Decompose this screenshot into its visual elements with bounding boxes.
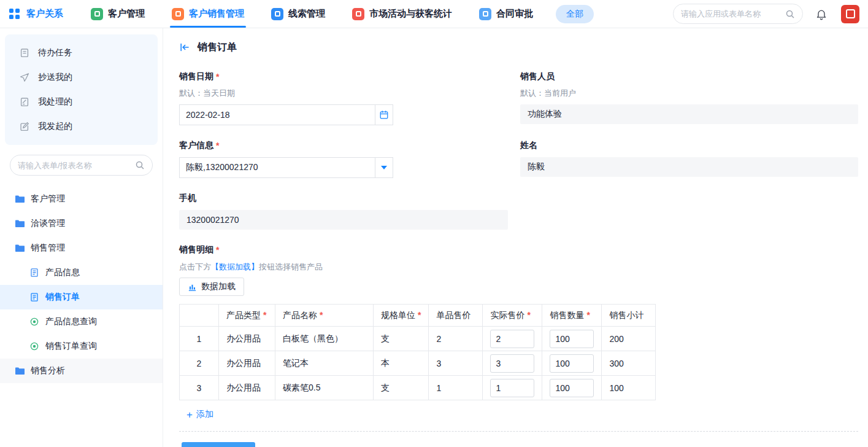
form-doc-icon bbox=[29, 292, 39, 302]
actual-price-input[interactable] bbox=[490, 330, 534, 348]
app-search-input[interactable] bbox=[681, 9, 780, 18]
cell-product-name: 白板笔（黑色） bbox=[275, 327, 374, 351]
actual-price-input[interactable] bbox=[490, 379, 534, 397]
cell-index: 1 bbox=[180, 327, 219, 351]
cc-to-me-item[interactable]: 抄送我的 bbox=[5, 65, 158, 90]
actual-price-input[interactable] bbox=[490, 354, 534, 373]
tab-label: 合同审批 bbox=[496, 8, 533, 20]
customer-sales-mgmt-app-icon bbox=[172, 8, 184, 20]
tab-label: 线索管理 bbox=[288, 8, 325, 20]
tree-label: 洽谈管理 bbox=[31, 218, 65, 229]
app-screen: 客户关系 客户管理 客户销售管理 线索管理 市场活动与获客统计 合同审批 bbox=[0, 0, 868, 447]
cell-product-type: 办公用品 bbox=[219, 327, 275, 351]
customer-info-select[interactable]: 陈毅,13200021270 bbox=[179, 157, 375, 178]
cell-product-name: 碳素笔0.5 bbox=[275, 376, 374, 400]
name-value: 陈毅 bbox=[520, 157, 858, 177]
table-header-row: 产品类型* 产品名称* 规格单位* 单品售价 实际售价* 销售数量* 销售小计 bbox=[180, 305, 656, 327]
add-row-button[interactable]: + 添加 bbox=[186, 409, 213, 420]
cell-subtotal: 300 bbox=[602, 351, 656, 376]
data-load-button[interactable]: 数据加载 bbox=[179, 278, 244, 296]
col-header-product-name: 产品名称* bbox=[275, 305, 374, 327]
customer-dropdown-button[interactable] bbox=[375, 157, 393, 178]
sales-qty-input[interactable] bbox=[550, 379, 594, 397]
cell-unit-price: 2 bbox=[429, 327, 483, 351]
sale-date-input[interactable] bbox=[179, 104, 375, 125]
sale-date-hint: 默认：当天日期 bbox=[179, 88, 508, 99]
cell-unit-price: 3 bbox=[429, 351, 483, 376]
form-row-3: 手机 13200021270 bbox=[179, 193, 858, 230]
sale-date-label: 销售日期* bbox=[179, 71, 508, 82]
task-panel: 待办任务 抄送我的 我处理的 bbox=[5, 34, 158, 145]
tab-contract-approval[interactable]: 合同审批 bbox=[470, 0, 542, 28]
name-label: 姓名 bbox=[520, 140, 858, 151]
workspace-switcher[interactable]: 客户关系 bbox=[9, 8, 63, 20]
sales-qty-input[interactable] bbox=[550, 354, 594, 373]
folder-icon bbox=[15, 366, 25, 376]
sales-detail-hint: 点击下方【数据加载】按钮选择销售产品 bbox=[179, 262, 858, 273]
submit-button[interactable]: 提交 bbox=[182, 442, 255, 447]
tab-lead-mgmt[interactable]: 线索管理 bbox=[262, 0, 334, 28]
col-header-actual-price: 实际售价* bbox=[483, 305, 542, 327]
calendar-button[interactable] bbox=[375, 104, 393, 125]
task-label: 抄送我的 bbox=[38, 72, 72, 83]
notification-bell-icon[interactable] bbox=[815, 8, 828, 20]
cell-actual-price bbox=[483, 327, 542, 351]
lead-mgmt-app-icon bbox=[271, 8, 283, 20]
form-row-2: 客户信息* 陈毅,13200021270 姓名 陈毅 bbox=[179, 140, 858, 178]
form-row-1: 销售日期* 默认：当天日期 销售人员 默认：当前用户 功能体验 bbox=[179, 71, 858, 125]
all-apps-button[interactable]: 全部 bbox=[556, 5, 594, 23]
form-search[interactable] bbox=[10, 155, 153, 176]
tree-item-sales-analysis[interactable]: 销售分析 bbox=[0, 359, 163, 383]
table-row: 2 办公用品 笔记本 本 3 300 bbox=[180, 351, 656, 376]
cell-index: 2 bbox=[180, 351, 219, 376]
todo-tasks-item[interactable]: 待办任务 bbox=[5, 41, 158, 65]
col-header-unit-price: 单品售价 bbox=[429, 305, 483, 327]
tree-item-sales-mgmt[interactable]: 销售管理 bbox=[0, 236, 163, 260]
edit-doc-icon bbox=[20, 97, 29, 107]
tree-item-sales-order[interactable]: 销售订单 bbox=[0, 285, 163, 309]
tree-item-sales-order-query[interactable]: 销售订单查询 bbox=[0, 334, 163, 359]
tree-item-customer-mgmt[interactable]: 客户管理 bbox=[0, 187, 163, 211]
cell-product-type: 办公用品 bbox=[219, 376, 275, 400]
folder-icon bbox=[15, 194, 25, 204]
tree-label: 销售订单查询 bbox=[45, 341, 97, 352]
sales-qty-input[interactable] bbox=[550, 330, 594, 348]
form-search-input[interactable] bbox=[18, 161, 130, 170]
cell-product-name: 笔记本 bbox=[275, 351, 374, 376]
clipboard-icon bbox=[20, 48, 29, 58]
org-logo-mark bbox=[846, 9, 855, 18]
org-logo[interactable] bbox=[841, 5, 859, 23]
sales-person-value: 功能体验 bbox=[520, 104, 858, 124]
tree-item-negotiation-mgmt[interactable]: 洽谈管理 bbox=[0, 211, 163, 236]
back-button[interactable] bbox=[179, 42, 190, 53]
workspace-label: 客户关系 bbox=[26, 8, 63, 20]
tab-customer-sales-mgmt[interactable]: 客户销售管理 bbox=[163, 0, 253, 28]
sales-detail-table: 产品类型* 产品名称* 规格单位* 单品售价 实际售价* 销售数量* 销售小计 … bbox=[179, 304, 656, 400]
cell-unit-price: 1 bbox=[429, 376, 483, 400]
col-header-sales-qty: 销售数量* bbox=[542, 305, 602, 327]
cell-sales-qty bbox=[542, 327, 602, 351]
folder-icon bbox=[15, 219, 25, 228]
cell-spec-unit: 本 bbox=[374, 351, 429, 376]
cell-index: 3 bbox=[180, 376, 219, 400]
required-asterisk: * bbox=[216, 72, 219, 82]
app-search[interactable] bbox=[673, 4, 803, 24]
data-load-hint-link: 【数据加载】 bbox=[211, 262, 259, 271]
tree-item-product-info[interactable]: 产品信息 bbox=[0, 260, 163, 285]
paper-plane-icon bbox=[20, 72, 29, 82]
name-field: 姓名 陈毅 bbox=[520, 140, 858, 178]
col-header-index bbox=[180, 305, 219, 327]
tab-marketing-stats[interactable]: 市场活动与获客统计 bbox=[343, 0, 461, 28]
tab-customer-mgmt[interactable]: 客户管理 bbox=[82, 0, 154, 28]
task-label: 我发起的 bbox=[38, 121, 72, 132]
cell-product-type: 办公用品 bbox=[219, 351, 275, 376]
col-header-spec-unit: 规格单位* bbox=[374, 305, 429, 327]
sales-person-label: 销售人员 bbox=[520, 71, 858, 82]
tree-label: 产品信息查询 bbox=[45, 316, 97, 327]
apps-grid-icon bbox=[9, 8, 20, 20]
sales-person-hint: 默认：当前用户 bbox=[520, 88, 858, 99]
customer-info-field: 客户信息* 陈毅,13200021270 bbox=[179, 140, 508, 178]
tree-item-product-info-query[interactable]: 产品信息查询 bbox=[0, 309, 163, 334]
initiated-by-me-item[interactable]: 我发起的 bbox=[5, 114, 158, 139]
processed-by-me-item[interactable]: 我处理的 bbox=[5, 90, 158, 114]
